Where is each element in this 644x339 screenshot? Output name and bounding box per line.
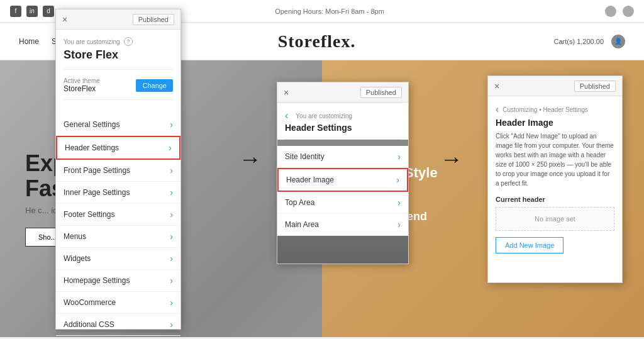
chevron-icon: › (170, 231, 173, 242)
cart-icon (623, 6, 634, 17)
panel3-published-badge: Published (574, 81, 616, 92)
panel2-content: × Published ‹ You are customizing Header… (277, 82, 408, 236)
panel2-close-button[interactable]: × (284, 87, 289, 97)
arrow-2: → (440, 146, 463, 172)
chevron-icon: › (170, 253, 173, 264)
panel3-body: ‹ Customizing • Header Settings Header I… (488, 96, 622, 261)
menu-item-top-area[interactable]: Top Area › (277, 192, 408, 214)
customizing-label-2: ‹ You are customizing (285, 110, 401, 121)
panel1-menu: General Settings › Header Settings › Fro… (56, 114, 180, 339)
customizing-label-1: You are customizing ? (64, 37, 173, 46)
menu-item-main-area[interactable]: Main Area › (277, 214, 408, 236)
menu-item-woocommerce[interactable]: WooCommerce › (56, 292, 180, 314)
menu-item-site-identity[interactable]: Site Identity › (277, 146, 408, 168)
add-new-image-button[interactable]: Add New Image (496, 237, 564, 253)
menu-item-widgets[interactable]: Widgets › (56, 248, 180, 270)
panel1-topbar: × Published (56, 9, 180, 30)
change-theme-button[interactable]: Change (136, 79, 173, 92)
chevron-icon: › (170, 209, 173, 220)
chevron-icon: › (397, 152, 401, 162)
panel3-breadcrumb: ‹ Customizing • Header Settings (496, 104, 614, 115)
search-icon (605, 6, 616, 17)
social-icons: f in d (10, 6, 54, 17)
chevron-icon: › (170, 297, 173, 308)
menu-item-homepage[interactable]: Homepage Settings › (56, 270, 180, 292)
chevron-icon: › (397, 220, 401, 230)
customizer-panel-header-image: × Published ‹ Customizing • Header Setti… (487, 75, 623, 283)
panel1-body: You are customizing ? Store Flex Active … (56, 30, 180, 114)
panel3-title: Header Image (496, 118, 614, 128)
panel2-menu: Site Identity › Header Image › Top Area … (277, 146, 408, 236)
menu-item-general-settings[interactable]: General Settings › (56, 114, 180, 136)
header-right: Cart(s) 1,200.00 👤 (554, 35, 625, 48)
chevron-icon: › (170, 320, 173, 330)
current-header-label: Current header (496, 196, 614, 203)
panel2-title: Header Settings (285, 123, 401, 133)
panel2-published-badge: Published (360, 87, 402, 98)
panel2-topbar: × Published (277, 82, 408, 103)
panel2-header: ‹ You are customizing Header Settings (277, 103, 408, 140)
panel3-close-button[interactable]: × (494, 81, 499, 91)
menu-item-inner-page[interactable]: Inner Page Settings › (56, 182, 180, 204)
nav-home: Home (19, 37, 39, 46)
panel2-back-arrow[interactable]: ‹ (285, 110, 288, 121)
menu-item-header-settings[interactable]: Header Settings › (56, 136, 180, 160)
panel3-back-arrow[interactable]: ‹ (496, 104, 499, 115)
chevron-icon: › (170, 119, 173, 130)
menu-item-menus[interactable]: Menus › (56, 226, 180, 248)
chevron-icon: › (170, 275, 173, 286)
active-theme-label: Active theme (64, 77, 100, 84)
menu-item-header-image[interactable]: Header Image › (277, 168, 408, 192)
customizer-panel-main: × Published You are customizing ? Store … (55, 9, 181, 330)
active-theme-name: StoreFlex (64, 84, 100, 93)
user-icon: 👤 (611, 35, 625, 48)
top-right-icons (605, 6, 634, 17)
chevron-icon: › (397, 197, 401, 208)
panel1-close-button[interactable]: × (62, 14, 67, 25)
panel3-description: Click "Add New Image" to upload an image… (496, 131, 614, 188)
customizer-panel-header-settings: × Published ‹ You are customizing Header… (277, 82, 409, 264)
panel2-divider (285, 139, 401, 140)
active-theme-section: Active theme StoreFlex Change (64, 69, 173, 93)
menu-item-export-import[interactable]: Export/Import › (56, 336, 180, 339)
panel1-divider (64, 99, 173, 100)
dribbble-icon: d (43, 6, 54, 17)
arrow-1: → (239, 146, 262, 172)
chevron-icon: › (169, 143, 172, 153)
cart-info: Cart(s) 1,200.00 (554, 38, 604, 45)
info-icon-1[interactable]: ? (124, 37, 133, 46)
menu-item-additional-css[interactable]: Additional CSS › (56, 314, 180, 336)
menu-item-footer[interactable]: Footer Settings › (56, 204, 180, 226)
instagram-icon: in (26, 6, 38, 17)
no-image-box: No image set (496, 207, 614, 231)
chevron-icon: › (170, 165, 173, 175)
panel1-title: Store Flex (64, 48, 173, 62)
chevron-icon: › (396, 175, 399, 185)
chevron-icon: › (170, 187, 173, 197)
panel3-topbar: × Published (488, 76, 622, 96)
menu-item-front-page[interactable]: Front Page Settings › (56, 160, 180, 182)
facebook-icon: f (10, 6, 21, 17)
panel1-published-badge: Published (133, 14, 174, 25)
